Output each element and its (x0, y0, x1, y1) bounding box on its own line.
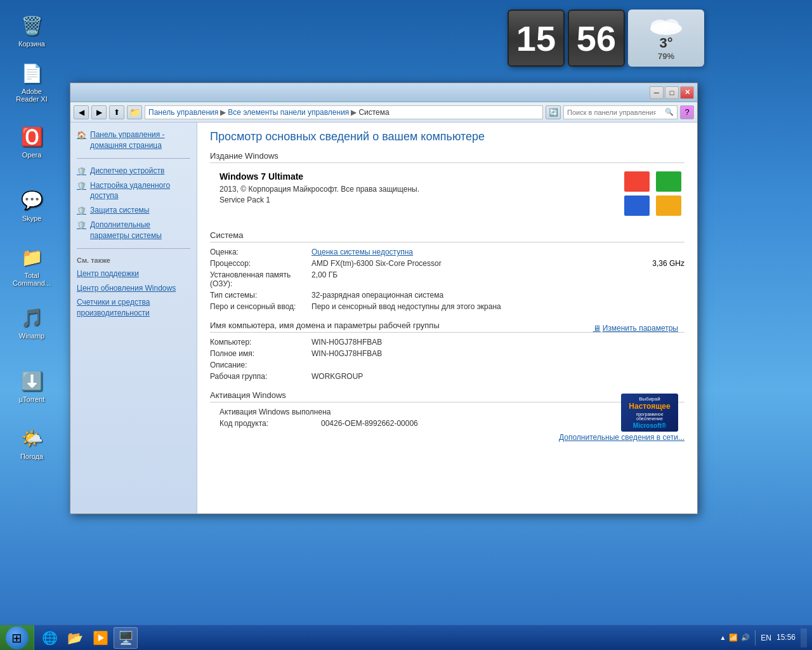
opera-icon: 🅾️ (19, 124, 44, 149)
activation-logo-line1: Выбирай (639, 396, 660, 402)
sidebar-divider-1 (77, 158, 190, 159)
temperature: 3° (659, 35, 672, 51)
up-button[interactable]: ⬆ (109, 105, 124, 119)
search-box[interactable]: 🔍 (563, 105, 678, 119)
processor-row: Процессор: AMD FX(tm)-6300 Six-Core Proc… (210, 259, 684, 268)
utorrent-label: µTorrent (19, 395, 45, 403)
more-info-link[interactable]: Дополнительные сведения в сети... (559, 433, 684, 442)
search-input[interactable] (567, 109, 656, 116)
see-also-link-windows-update[interactable]: Центр обновления Windows (70, 281, 197, 296)
processor-speed: 3,36 GHz (652, 259, 684, 268)
taskbar-item-ie[interactable]: 🌐 (37, 627, 62, 649)
advanced-params-icon: 🛡️ (77, 220, 87, 230)
maximize-button[interactable]: □ (665, 86, 679, 99)
start-button[interactable]: ⊞ (0, 625, 34, 651)
breadcrumb-item-3[interactable]: Система (358, 108, 389, 117)
media-icon: ▶️ (93, 630, 108, 646)
activation-status: Активация Windows выполнена (219, 408, 684, 416)
minimize-button[interactable]: ─ (650, 86, 664, 99)
pen-input-row: Перо и сенсорный ввод: Перо и сенсорный … (210, 302, 684, 311)
refresh-button[interactable]: 🔄 (546, 105, 561, 119)
svg-rect-3 (624, 171, 650, 192)
home-icon: 🏠 (77, 130, 87, 140)
desktop-icon-weather[interactable]: 🌤️ Погода (10, 425, 54, 460)
change-params-link[interactable]: 🖥 Изменить параметры (593, 324, 678, 333)
device-manager-label: Диспетчер устройств (90, 166, 164, 176)
clock-widget: 15 56 3° 79% (508, 10, 704, 67)
cloud-icon (647, 16, 685, 35)
settings-icon: 🖥 (593, 324, 601, 333)
rating-row: Оценка: Оценка системы недоступна (210, 248, 684, 256)
see-also-label: См. также (70, 254, 197, 267)
time-display: 15:56 (776, 632, 796, 643)
search-icon: 🔍 (665, 108, 674, 116)
desktop-icon-opera[interactable]: 🅾️ Opera (10, 124, 54, 159)
activation-header: Активация Windows (210, 390, 684, 402)
content-area: 🏠 Панель управления - домашняя страница … (70, 123, 697, 514)
taskbar-time[interactable]: 15:56 (776, 632, 796, 643)
product-key-label: Код продукта: (219, 419, 321, 428)
full-name-row: Полное имя: WIN-H0GJ78HFBAB (210, 349, 684, 358)
system-header: Система (210, 230, 684, 242)
computer-label: Компьютер: (210, 338, 311, 347)
product-key-row: Код продукта: 00426-OEM-8992662-00006 (210, 419, 684, 428)
desktop-icon-recycle-bin[interactable]: 🗑️ Корзина (10, 13, 54, 48)
workgroup-label: Рабочая группа: (210, 372, 311, 381)
taskbar-item-media[interactable]: ▶️ (88, 627, 112, 649)
taskbar-item-system-panel[interactable]: 🖥️ (114, 627, 138, 649)
desktop-icon-skype[interactable]: 💬 Skype (10, 187, 54, 222)
see-also-link-support-center[interactable]: Центр поддержки (70, 267, 197, 281)
support-center-label: Центр поддержки (77, 269, 139, 279)
activation-section: Активация Windows Выбирай Настоящее прог… (210, 390, 684, 442)
see-also-link-performance-info[interactable]: Счетчики и средства производительности (70, 295, 197, 321)
sidebar-home-link[interactable]: 🏠 Панель управления - домашняя страница (70, 128, 197, 153)
show-desktop-button[interactable] (801, 628, 807, 647)
total-commander-label: Total Command... (10, 272, 54, 287)
activation-logo-line4: Microsoft® (633, 422, 666, 429)
desktop-icon-adobe-reader[interactable]: 📄 Adobe Reader XI (10, 60, 54, 103)
memory-row: Установленная память (ОЗУ): 2,00 ГБ (210, 270, 684, 288)
tray-arrow[interactable]: ▲ (719, 634, 726, 641)
system-section: Система Оценка: Оценка системы недоступн… (210, 230, 684, 311)
winamp-icon: 🎵 (19, 305, 44, 330)
description-label: Описание: (210, 361, 311, 369)
winamp-label: Winamp (19, 332, 44, 340)
clock-minutes: 56 (568, 10, 625, 67)
sidebar-link-system-protection[interactable]: 🛡️ Защита системы (70, 203, 197, 218)
back-button[interactable]: ◀ (74, 105, 89, 119)
activation-logo-line3: программное обеспечение (624, 412, 676, 421)
desktop-icon-utorrent[interactable]: ⬇️ µTorrent (10, 368, 54, 403)
help-button[interactable]: ? (680, 105, 694, 119)
computer-row: Компьютер: WIN-H0GJ78HFBAB (210, 338, 684, 347)
system-window: ─ □ ✕ ◀ ▶ ⬆ 📁 Панель управления ▶ Все эл… (70, 83, 698, 514)
os-type-value: 32-разрядная операционная система (311, 291, 684, 300)
start-orb: ⊞ (6, 627, 29, 649)
sidebar-link-device-manager[interactable]: 🛡️ Диспетчер устройств (70, 164, 197, 178)
svg-rect-4 (656, 171, 681, 192)
workgroup-value: WORKGROUP (311, 372, 684, 381)
sidebar: 🏠 Панель управления - домашняя страница … (70, 123, 197, 514)
system-protection-label: Защита системы (90, 205, 149, 216)
breadcrumb-item-1[interactable]: Панель управления (148, 108, 218, 117)
performance-info-label: Счетчики и средства производительности (77, 297, 190, 319)
remote-access-label: Настройка удаленного доступа (90, 180, 190, 202)
sidebar-link-remote-access[interactable]: 🛡️ Настройка удаленного доступа (70, 178, 197, 204)
recycle-bin-icon: 🗑️ (19, 13, 44, 38)
computer-name-section: Имя компьютера, имя домена и параметры р… (210, 321, 684, 381)
desktop-icon-winamp[interactable]: 🎵 Winamp (10, 305, 54, 340)
device-manager-icon: 🛡️ (77, 166, 87, 176)
processor-label: Процессор: (210, 259, 311, 268)
activation-status-row: Активация Windows выполнена (210, 408, 684, 416)
processor-value: AMD FX(tm)-6300 Six-Core Processor (311, 259, 639, 268)
sidebar-link-advanced-params[interactable]: 🛡️ Дополнительные параметры системы (70, 218, 197, 243)
titlebar: ─ □ ✕ (70, 83, 697, 102)
forward-button[interactable]: ▶ (91, 105, 107, 119)
desktop-icon-total-commander[interactable]: 📁 Total Command... (10, 244, 54, 287)
breadcrumb[interactable]: Панель управления ▶ Все элементы панели … (145, 105, 543, 119)
close-button[interactable]: ✕ (680, 86, 694, 99)
taskbar-item-explorer[interactable]: 📂 (63, 627, 87, 649)
language-indicator: EN (761, 633, 771, 642)
rating-value[interactable]: Оценка системы недоступна (311, 248, 684, 256)
breadcrumb-item-2[interactable]: Все элементы панели управления (228, 108, 349, 117)
ie-icon: 🌐 (42, 630, 58, 646)
